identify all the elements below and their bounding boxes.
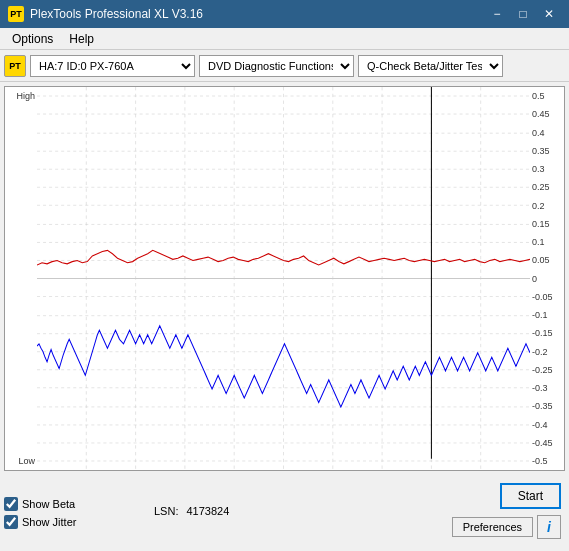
show-beta-label: Show Beta — [22, 498, 75, 510]
prefs-info-row: Preferences i — [452, 515, 561, 539]
function-select[interactable]: DVD Diagnostic Functions — [199, 55, 354, 77]
svg-text:3: 3 — [182, 468, 188, 470]
svg-text:10: 10 — [524, 468, 530, 470]
start-button[interactable]: Start — [500, 483, 561, 509]
lsn-area: LSN: 4173824 — [134, 505, 452, 517]
svg-text:8: 8 — [429, 468, 435, 470]
show-jitter-row: Show Jitter — [4, 515, 134, 529]
help-menu[interactable]: Help — [61, 30, 102, 48]
svg-text:2: 2 — [133, 468, 139, 470]
drive-icon: PT — [4, 55, 26, 77]
svg-text:7: 7 — [379, 468, 385, 470]
show-beta-checkbox[interactable] — [4, 497, 18, 511]
y-low-label: Low — [18, 456, 35, 466]
title-bar: PT PlexTools Professional XL V3.16 − □ ✕ — [0, 0, 569, 28]
chart-plot: 0 1 2 3 4 5 6 7 8 9 10 — [37, 87, 530, 470]
svg-text:0: 0 — [37, 468, 40, 470]
toolbar: PT HA:7 ID:0 PX-760A DVD Diagnostic Func… — [0, 50, 569, 82]
main-content: High Low — [0, 82, 569, 551]
svg-text:9: 9 — [478, 468, 484, 470]
lsn-label: LSN: — [154, 505, 178, 517]
y-axis-right: 0.5 0.45 0.4 0.35 0.3 0.25 0.2 0.15 0.1 … — [530, 87, 564, 470]
svg-text:6: 6 — [330, 468, 336, 470]
bottom-controls: Show Beta Show Jitter LSN: 4173824 Start… — [4, 475, 565, 547]
options-menu[interactable]: Options — [4, 30, 61, 48]
y-high-label: High — [16, 91, 35, 101]
right-buttons: Start Preferences i — [452, 483, 565, 539]
app-icon: PT — [8, 6, 24, 22]
minimize-button[interactable]: − — [485, 4, 509, 24]
window-title: PlexTools Professional XL V3.16 — [30, 7, 483, 21]
lsn-value: 4173824 — [186, 505, 229, 517]
toolbar-drive-section: PT HA:7 ID:0 PX-760A — [4, 55, 195, 77]
close-button[interactable]: ✕ — [537, 4, 561, 24]
left-controls: Show Beta Show Jitter — [4, 493, 134, 529]
test-select[interactable]: Q-Check Beta/Jitter Test — [358, 55, 503, 77]
maximize-button[interactable]: □ — [511, 4, 535, 24]
drive-select[interactable]: HA:7 ID:0 PX-760A — [30, 55, 195, 77]
menu-bar: Options Help — [0, 28, 569, 50]
svg-text:5: 5 — [281, 468, 287, 470]
chart-container: High Low — [4, 86, 565, 471]
show-beta-row: Show Beta — [4, 497, 134, 511]
preferences-button[interactable]: Preferences — [452, 517, 533, 537]
svg-text:4: 4 — [231, 468, 237, 470]
svg-text:1: 1 — [84, 468, 90, 470]
chart-svg: 0 1 2 3 4 5 6 7 8 9 10 — [37, 87, 530, 470]
info-button[interactable]: i — [537, 515, 561, 539]
y-axis-left: High Low — [5, 87, 37, 470]
show-jitter-label: Show Jitter — [22, 516, 76, 528]
show-jitter-checkbox[interactable] — [4, 515, 18, 529]
